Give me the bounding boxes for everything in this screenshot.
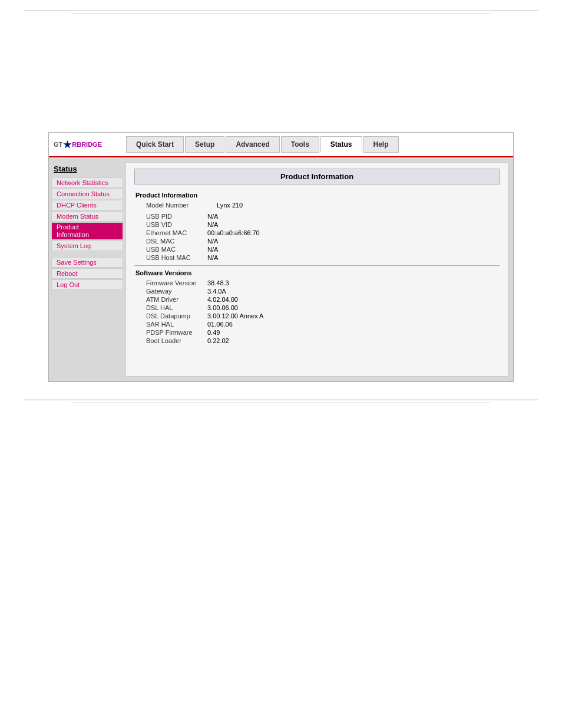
table-row: PDSP Firmware 0.49 (134, 328, 500, 337)
tab-quick-start[interactable]: Quick Start (126, 136, 184, 153)
sidebar-separator (49, 252, 125, 256)
table-row: Firmware Version 38.48.3 (134, 279, 500, 287)
hw-label-1: USB VID (134, 220, 205, 229)
hw-value-3: N/A (205, 237, 500, 245)
table-row: USB MAC N/A (134, 245, 500, 253)
hw-label-4: USB MAC (134, 245, 205, 253)
sw-label-5: SAR HAL (134, 320, 205, 328)
hw-value-5: N/A (205, 253, 500, 262)
hw-value-0: N/A (205, 212, 500, 220)
sidebar-item-log-out[interactable]: Log Out (51, 279, 123, 290)
table-row: DSL Datapump 3.00.12.00 Annex A (134, 312, 500, 320)
sidebar-item-reboot[interactable]: Reboot (51, 268, 123, 279)
sidebar-heading: Status (49, 162, 125, 177)
sw-value-2: 4.02.04.00 (205, 295, 500, 304)
model-label: Model Number (134, 201, 205, 211)
top-rule-2 (71, 14, 491, 14)
sw-value-0: 38.48.3 (205, 279, 500, 287)
model-table: Model Number Lynx 210 (134, 201, 500, 211)
nav-tabs: Quick Start Setup Advanced Tools Status … (125, 135, 513, 154)
sw-value-1: 3.4.0A (205, 287, 500, 295)
panel-title: Product Information (134, 169, 500, 185)
sw-value-3: 3.00.06.00 (205, 304, 500, 312)
sw-label-0: Firmware Version (134, 279, 205, 287)
sw-label-6: PDSP Firmware (134, 328, 205, 337)
sidebar-item-dhcp-clients[interactable]: DHCP Clients (51, 200, 123, 210)
sidebar-item-modem-status[interactable]: Modem Status (51, 211, 123, 222)
software-table: Firmware Version 38.48.3 Gateway 3.4.0A … (134, 279, 500, 345)
sidebar-item-product-information[interactable]: ProductInformation (51, 222, 123, 240)
hw-label-5: USB Host MAC (134, 253, 205, 262)
sw-value-4: 3.00.12.00 Annex A (205, 312, 500, 320)
hw-label-3: DSL MAC (134, 237, 205, 245)
table-row: DSL MAC N/A (134, 237, 500, 245)
hardware-table: USB PID N/A USB VID N/A Ethernet MAC 00:… (134, 212, 500, 262)
sw-value-5: 01.06.06 (205, 320, 500, 328)
tab-advanced[interactable]: Advanced (226, 136, 279, 153)
sidebar-item-network-statistics[interactable]: Network Statistics (51, 177, 123, 188)
sw-label-3: DSL HAL (134, 304, 205, 312)
hw-value-2: 00:a0:a0:a6:66:70 (205, 229, 500, 237)
sw-value-7: 0.22.02 (205, 337, 500, 345)
hw-label-2: Ethernet MAC (134, 229, 205, 237)
logo-star-icon: ★ (63, 139, 71, 150)
bottom-rule-2 (71, 403, 491, 403)
logo-bridge-text: RBRIDGE (72, 141, 102, 148)
software-label: Software Versions (135, 269, 500, 276)
sw-label-4: DSL Datapump (134, 312, 205, 320)
hw-value-1: N/A (205, 220, 500, 229)
sw-label-7: Boot Loader (134, 337, 205, 345)
sw-label-1: Gateway (134, 287, 205, 295)
top-rule-1 (24, 11, 538, 11)
sidebar: Status Network Statistics Connection Sta… (49, 157, 125, 381)
tab-tools[interactable]: Tools (281, 136, 319, 153)
table-row: Boot Loader 0.22.02 (134, 337, 500, 345)
section-divider (134, 265, 500, 266)
hw-value-4: N/A (205, 245, 500, 253)
router-ui-container: GT ★ RBRIDGE Quick Start Setup Advanced … (48, 132, 514, 382)
table-row: USB Host MAC N/A (134, 253, 500, 262)
tab-help[interactable]: Help (363, 136, 399, 153)
tab-status[interactable]: Status (320, 136, 362, 153)
table-row: ATM Driver 4.02.04.00 (134, 295, 500, 304)
table-row: Gateway 3.4.0A (134, 287, 500, 295)
bottom-rule-1 (24, 400, 538, 400)
sw-label-2: ATM Driver (134, 295, 205, 304)
logo: GT ★ RBRIDGE (54, 139, 102, 150)
sidebar-item-system-log[interactable]: System Log (51, 241, 123, 251)
sidebar-item-save-settings[interactable]: Save Settings (51, 257, 123, 268)
sw-value-6: 0.49 (205, 328, 500, 337)
nav-bar: GT ★ RBRIDGE Quick Start Setup Advanced … (49, 133, 513, 157)
product-info-label: Product Information (135, 192, 500, 199)
logo-gt: GT (54, 141, 62, 148)
tab-setup[interactable]: Setup (185, 136, 224, 153)
logo-area: GT ★ RBRIDGE (49, 139, 125, 150)
table-row: DSL HAL 3.00.06.00 (134, 304, 500, 312)
sidebar-item-connection-status[interactable]: Connection Status (51, 189, 123, 199)
table-row: USB PID N/A (134, 212, 500, 220)
model-value: Lynx 210 (205, 201, 500, 211)
main-content: Status Network Statistics Connection Sta… (49, 157, 513, 381)
table-row: USB VID N/A (134, 220, 500, 229)
table-row: Ethernet MAC 00:a0:a0:a6:66:70 (134, 229, 500, 237)
hw-label-0: USB PID (134, 212, 205, 220)
content-panel: Product Information Product Information … (125, 162, 508, 377)
table-row: SAR HAL 01.06.06 (134, 320, 500, 328)
